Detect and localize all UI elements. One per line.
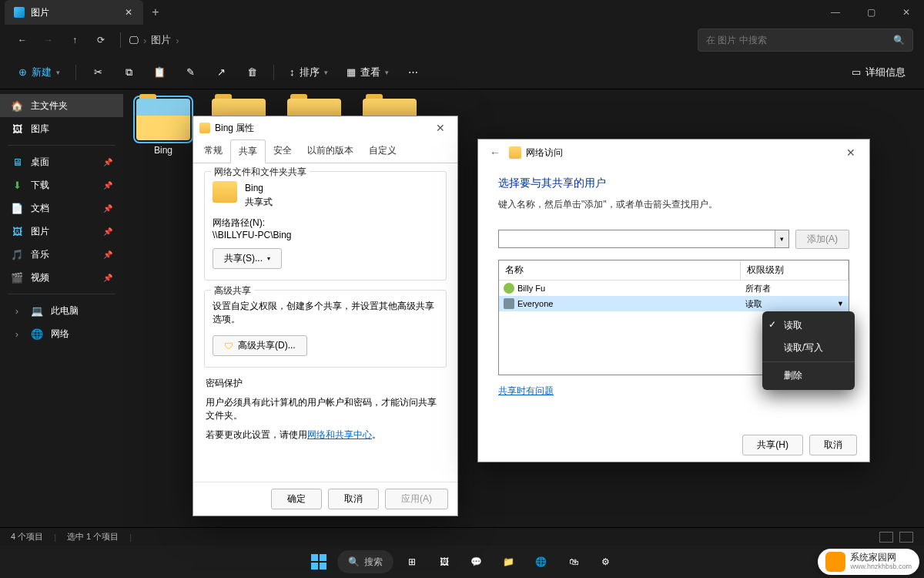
list-view-button[interactable] — [879, 532, 893, 543]
copy-button[interactable]: ⧉ — [115, 60, 142, 85]
cancel-button[interactable]: 取消 — [809, 435, 857, 455]
scissors-icon: ✂ — [94, 66, 102, 78]
tab-security[interactable]: 安全 — [266, 139, 300, 163]
details-pane-button[interactable]: ▭ 详细信息 — [844, 60, 913, 85]
start-button[interactable] — [305, 548, 333, 576]
sidebar-desktop[interactable]: 🖥桌面📌 — [0, 150, 123, 173]
taskbar-search[interactable]: 🔍 搜索 — [337, 550, 393, 573]
share-button[interactable]: ↗ — [207, 60, 235, 85]
network-center-link[interactable]: 网络和共享中心 — [307, 429, 372, 440]
network-sharing-group: 网络文件和文件夹共享 Bing 共享式 网络路径(N): \\BILLYFU-P… — [204, 171, 447, 281]
rename-button[interactable]: ✎ — [176, 60, 204, 85]
add-button[interactable]: 添加(A) — [795, 230, 849, 249]
new-button[interactable]: ⊕ 新建 ▾ — [11, 60, 68, 85]
column-permission[interactable]: 权限级别 — [741, 260, 849, 280]
view-button[interactable]: ▦ 查看 ▾ — [339, 60, 397, 85]
group-icon — [504, 298, 514, 309]
sidebar-pictures[interactable]: 🖼图片📌 — [0, 220, 123, 243]
close-dialog-button[interactable]: ✕ — [430, 122, 451, 134]
taskbar-app[interactable]: 💬 — [463, 548, 490, 576]
delete-button[interactable]: 🗑 — [238, 60, 266, 85]
tab-customize[interactable]: 自定义 — [361, 139, 404, 163]
refresh-button[interactable]: ⟳ — [89, 29, 112, 52]
tab-previous-versions[interactable]: 以前的版本 — [300, 139, 361, 163]
back-button[interactable]: ← — [11, 29, 34, 52]
taskbar-store[interactable]: 🛍 — [560, 548, 588, 576]
window-controls: ― ▢ ✕ — [818, 0, 924, 25]
chevron-down-icon[interactable]: ▾ — [775, 230, 788, 247]
user-row-everyone[interactable]: Everyone 读取▼ — [499, 296, 849, 311]
ok-button[interactable]: 确定 — [271, 489, 322, 509]
apply-button[interactable]: 应用(A) — [385, 489, 448, 509]
taskbar-explorer[interactable]: 📁 — [495, 548, 523, 576]
more-button[interactable]: ⋯ — [400, 60, 427, 85]
explorer-tab[interactable]: 图片 ✕ — [5, 0, 143, 25]
sidebar-documents[interactable]: 📄文档📌 — [0, 197, 123, 220]
document-icon: 📄 — [11, 202, 23, 214]
dialog-titlebar[interactable]: Bing 属性 ✕ — [193, 116, 457, 139]
menu-read[interactable]: 读取 — [762, 314, 855, 337]
back-button[interactable]: ← — [486, 146, 504, 159]
share-state: 共享式 — [245, 195, 273, 209]
network-icon: 🌐 — [31, 328, 43, 340]
view-icon: ▦ — [346, 66, 356, 78]
tab-title: 图片 — [31, 6, 117, 19]
menu-readwrite[interactable]: 读取/写入 — [762, 337, 855, 359]
cancel-button[interactable]: 取消 — [328, 489, 379, 509]
maximize-button[interactable]: ▢ — [853, 0, 889, 25]
pin-icon: 📌 — [103, 274, 112, 282]
chevron-down-icon: ▾ — [324, 69, 328, 76]
grid-view-button[interactable] — [899, 532, 913, 543]
task-view-button[interactable]: ⊞ — [398, 548, 426, 576]
permission-dropdown-button[interactable]: ▼ — [837, 300, 844, 307]
column-name[interactable]: 名称 — [499, 260, 741, 280]
sidebar-thispc[interactable]: ›💻此电脑 — [0, 299, 123, 322]
forward-button[interactable]: → — [37, 29, 60, 52]
search-icon[interactable]: 🔍 — [893, 35, 905, 45]
advanced-sharing-button[interactable]: 🛡高级共享(D)... — [213, 335, 307, 356]
pin-icon: 📌 — [103, 181, 112, 190]
search-input[interactable] — [706, 35, 887, 45]
share-button[interactable]: 共享(S)...▾ — [213, 248, 282, 269]
dialog-footer: 共享(H) 取消 — [478, 428, 869, 462]
minimize-button[interactable]: ― — [818, 0, 853, 25]
close-tab-icon[interactable]: ✕ — [123, 7, 134, 18]
sidebar-music[interactable]: 🎵音乐📌 — [0, 243, 123, 266]
user-row[interactable]: Billy Fu 所有者 — [499, 281, 849, 296]
taskbar-app[interactable]: 🖼 — [430, 548, 458, 576]
new-tab-button[interactable]: + — [143, 0, 168, 25]
sidebar-videos[interactable]: 🎬视频📌 — [0, 266, 123, 289]
cut-button[interactable]: ✂ — [84, 60, 112, 85]
search-box[interactable]: 🔍 — [698, 29, 913, 52]
sidebar-home[interactable]: 🏠主文件夹 — [0, 94, 123, 117]
copy-icon: ⧉ — [126, 66, 132, 79]
dialog-titlebar[interactable]: ← 网络访问 ✕ — [478, 139, 869, 166]
breadcrumb[interactable]: 🖵 › 图片 › — [129, 33, 179, 47]
paste-button[interactable]: 📋 — [146, 60, 173, 85]
monitor-icon: 🖵 — [129, 35, 139, 46]
taskbar-settings[interactable]: ⚙ — [592, 548, 620, 576]
tab-general[interactable]: 常规 — [196, 139, 230, 163]
close-window-button[interactable]: ✕ — [889, 0, 924, 25]
menu-remove[interactable]: 删除 — [762, 365, 855, 387]
taskbar-edge[interactable]: 🌐 — [527, 548, 555, 576]
site-watermark: 系统家园网 www.hnzkhbsb.com — [818, 549, 919, 575]
sidebar-gallery[interactable]: 🖼图库 — [0, 117, 123, 140]
user-combo[interactable]: ▾ — [498, 230, 789, 248]
close-dialog-button[interactable]: ✕ — [840, 146, 862, 159]
group-title: 密码保护 — [206, 377, 445, 390]
sort-button[interactable]: ↕ 排序 ▾ — [282, 60, 336, 85]
sidebar-network[interactable]: ›🌐网络 — [0, 322, 123, 345]
share-confirm-button[interactable]: 共享(H) — [742, 435, 803, 455]
up-button[interactable]: ↑ — [63, 29, 86, 52]
sidebar-downloads[interactable]: ⬇下载📌 — [0, 173, 123, 197]
crumb-pictures[interactable]: 图片 — [151, 33, 171, 47]
chevron-down-icon: ▾ — [267, 255, 270, 262]
sharing-trouble-link[interactable]: 共享时有问题 — [498, 385, 554, 396]
folder-bing[interactable]: Bing — [132, 99, 194, 156]
chevron-right-icon: › — [143, 35, 146, 46]
dialog-tabs: 常规 共享 安全 以前的版本 自定义 — [193, 139, 457, 163]
tab-sharing[interactable]: 共享 — [230, 139, 266, 163]
chevron-right-icon: › — [11, 328, 23, 340]
music-icon: 🎵 — [11, 248, 23, 260]
